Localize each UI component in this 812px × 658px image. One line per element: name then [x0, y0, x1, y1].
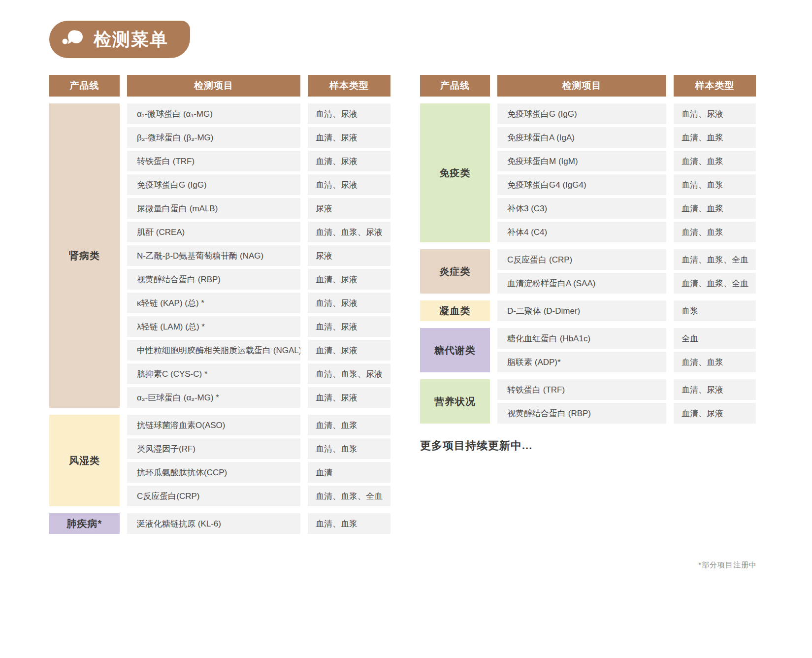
sample-type-column: 全血血清、血浆 [674, 328, 756, 372]
test-item-cell: 肌酐 (CREA) [127, 222, 300, 242]
sample-type-cell: 血清、血浆 [674, 151, 756, 171]
sample-type-cell: 血清、尿液 [674, 379, 756, 400]
test-item-cell: 视黄醇结合蛋白 (RBP) [497, 403, 666, 424]
product-line-cell: 肾病类 [49, 103, 120, 408]
product-line-cell: 免疫类 [420, 103, 490, 242]
test-item-cell: 免疫球蛋白G4 (IgG4) [497, 174, 666, 195]
test-item-cell: 尿微量白蛋白 (mALB) [127, 198, 300, 219]
title-badge: 检测菜单 [49, 21, 190, 58]
tables-container: 产品线 检测项目 样本类型 肾病类α₁-微球蛋白 (α₁-MG)β₂-微球蛋白 … [49, 75, 812, 534]
sample-type-column: 血清、尿液血清、血浆血清、血浆血清、血浆血清、血浆血清、血浆 [674, 103, 756, 242]
test-menu-table-right: 产品线 检测项目 样本类型 免疫类免疫球蛋白G (IgG)免疫球蛋白A (IgA… [420, 75, 756, 424]
test-item-column: α₁-微球蛋白 (α₁-MG)β₂-微球蛋白 (β₂-MG)转铁蛋白 (TRF)… [127, 103, 300, 408]
column-header-sample-type: 样本类型 [308, 75, 390, 97]
product-line-cell: 炎症类 [420, 249, 490, 294]
more-items-note: 更多项目持续更新中... [420, 438, 756, 453]
test-item-cell: 涎液化糖链抗原 (KL-6) [127, 513, 300, 534]
sample-type-cell: 血清、尿液 [308, 387, 390, 408]
test-item-cell: 免疫球蛋白G (IgG) [497, 103, 666, 124]
product-line-cell: 风湿类 [49, 415, 120, 506]
product-line-cell: 糖代谢类 [420, 328, 490, 372]
sample-type-cell: 血清、血浆 [674, 222, 756, 242]
category-section: 糖代谢类糖化血红蛋白 (HbA1c)脂联素 (ADP)*全血血清、血浆 [420, 328, 756, 372]
logo-icon [60, 27, 87, 52]
sample-type-cell: 血清、尿液 [674, 103, 756, 124]
sample-type-cell: 血清、血浆、全血 [674, 273, 756, 294]
sample-type-cell: 血清、血浆、全血 [308, 486, 390, 506]
table-body-right: 免疫类免疫球蛋白G (IgG)免疫球蛋白A (IgA)免疫球蛋白M (IgM)免… [420, 97, 756, 424]
page: 检测菜单 产品线 检测项目 样本类型 肾病类α₁-微球蛋白 (α₁-MG)β₂-… [0, 0, 812, 658]
sample-type-cell: 尿液 [308, 198, 390, 219]
test-item-cell: 免疫球蛋白M (IgM) [497, 151, 666, 171]
test-item-cell: 类风湿因子(RF) [127, 438, 300, 459]
sample-type-column: 血清、血浆血清、血浆血清血清、血浆、全血 [308, 415, 390, 506]
product-line-cell: 凝血类 [420, 300, 490, 321]
sample-type-cell: 血清 [308, 462, 390, 483]
test-item-cell: 转铁蛋白 (TRF) [127, 151, 300, 171]
test-item-cell: 脂联素 (ADP)* [497, 352, 666, 372]
sample-type-cell: 血清、尿液 [308, 174, 390, 195]
sample-type-cell: 血清、血浆 [308, 415, 390, 435]
test-item-column: 转铁蛋白 (TRF)视黄醇结合蛋白 (RBP) [497, 379, 666, 424]
category-section: 免疫类免疫球蛋白G (IgG)免疫球蛋白A (IgA)免疫球蛋白M (IgM)免… [420, 103, 756, 242]
table-body-left: 肾病类α₁-微球蛋白 (α₁-MG)β₂-微球蛋白 (β₂-MG)转铁蛋白 (T… [49, 97, 390, 534]
sample-type-cell: 血清、血浆、全血 [674, 249, 756, 270]
test-item-cell: 胱抑素C (CYS-C) * [127, 363, 300, 384]
test-menu-table-left: 产品线 检测项目 样本类型 肾病类α₁-微球蛋白 (α₁-MG)β₂-微球蛋白 … [49, 75, 390, 534]
sample-type-cell: 血清、尿液 [308, 340, 390, 361]
column-header-product-line: 产品线 [49, 75, 120, 97]
column-header-sample-type: 样本类型 [674, 75, 756, 97]
sample-type-cell: 血清、血浆 [674, 174, 756, 195]
page-title: 检测菜单 [94, 28, 168, 52]
category-section: 风湿类抗链球菌溶血素O(ASO)类风湿因子(RF)抗环瓜氨酸肽抗体(CCP)C反… [49, 415, 390, 506]
test-item-column: C反应蛋白 (CRP)血清淀粉样蛋白A (SAA) [497, 249, 666, 294]
sample-type-cell: 血清、尿液 [308, 293, 390, 313]
sample-type-cell: 全血 [674, 328, 756, 349]
test-item-cell: D-二聚体 (D-Dimer) [497, 300, 666, 321]
test-item-cell: κ轻链 (KAP) (总) * [127, 293, 300, 313]
product-line-cell: 营养状况 [420, 379, 490, 424]
sample-type-cell: 血清、血浆 [674, 352, 756, 372]
column-header-product-line: 产品线 [420, 75, 490, 97]
test-item-cell: 转铁蛋白 (TRF) [497, 379, 666, 400]
sample-type-cell: 血清、尿液 [674, 403, 756, 424]
registration-footnote: *部分项目注册中 [698, 560, 757, 570]
test-item-column: 涎液化糖链抗原 (KL-6) [127, 513, 300, 534]
test-item-cell: 免疫球蛋白A (IgA) [497, 127, 666, 148]
table-header-row: 产品线 检测项目 样本类型 [420, 75, 756, 97]
column-header-test-item: 检测项目 [127, 75, 300, 97]
test-item-cell: 中性粒细胞明胶酶相关脂质运载蛋白 (NGAL) * [127, 340, 300, 361]
sample-type-cell: 尿液 [308, 245, 390, 266]
sample-type-cell: 血浆 [674, 300, 756, 321]
sample-type-cell: 血清、血浆 [308, 438, 390, 459]
test-item-column: 免疫球蛋白G (IgG)免疫球蛋白A (IgA)免疫球蛋白M (IgM)免疫球蛋… [497, 103, 666, 242]
test-item-cell: α₁-微球蛋白 (α₁-MG) [127, 103, 300, 124]
test-item-column: 糖化血红蛋白 (HbA1c)脂联素 (ADP)* [497, 328, 666, 372]
sample-type-cell: 血清、血浆 [308, 513, 390, 534]
sample-type-column: 血清、血浆、全血血清、血浆、全血 [674, 249, 756, 294]
test-item-cell: C反应蛋白(CRP) [127, 486, 300, 506]
right-column: 产品线 检测项目 样本类型 免疫类免疫球蛋白G (IgG)免疫球蛋白A (IgA… [420, 75, 756, 453]
test-item-column: 抗链球菌溶血素O(ASO)类风湿因子(RF)抗环瓜氨酸肽抗体(CCP)C反应蛋白… [127, 415, 300, 506]
sample-type-column: 血浆 [674, 300, 756, 321]
sample-type-cell: 血清、血浆 [674, 127, 756, 148]
category-section: 肾病类α₁-微球蛋白 (α₁-MG)β₂-微球蛋白 (β₂-MG)转铁蛋白 (T… [49, 103, 390, 408]
sample-type-cell: 血清、血浆、尿液 [308, 222, 390, 242]
category-section: 炎症类C反应蛋白 (CRP)血清淀粉样蛋白A (SAA)血清、血浆、全血血清、血… [420, 249, 756, 294]
test-item-cell: 糖化血红蛋白 (HbA1c) [497, 328, 666, 349]
test-item-cell: 抗链球菌溶血素O(ASO) [127, 415, 300, 435]
test-item-cell: 免疫球蛋白G (IgG) [127, 174, 300, 195]
product-line-cell: 肺疾病* [49, 513, 120, 534]
sample-type-cell: 血清、尿液 [308, 269, 390, 290]
test-item-cell: 补体4 (C4) [497, 222, 666, 242]
category-section: 肺疾病*涎液化糖链抗原 (KL-6)血清、血浆 [49, 513, 390, 534]
sample-type-cell: 血清、尿液 [308, 316, 390, 337]
test-item-column: D-二聚体 (D-Dimer) [497, 300, 666, 321]
test-item-cell: λ轻链 (LAM) (总) * [127, 316, 300, 337]
test-item-cell: 血清淀粉样蛋白A (SAA) [497, 273, 666, 294]
sample-type-column: 血清、尿液血清、尿液 [674, 379, 756, 424]
category-section: 凝血类D-二聚体 (D-Dimer)血浆 [420, 300, 756, 321]
sample-type-cell: 血清、血浆 [674, 198, 756, 219]
test-item-cell: C反应蛋白 (CRP) [497, 249, 666, 270]
test-item-cell: N-乙酰-β-D氨基葡萄糖苷酶 (NAG) [127, 245, 300, 266]
